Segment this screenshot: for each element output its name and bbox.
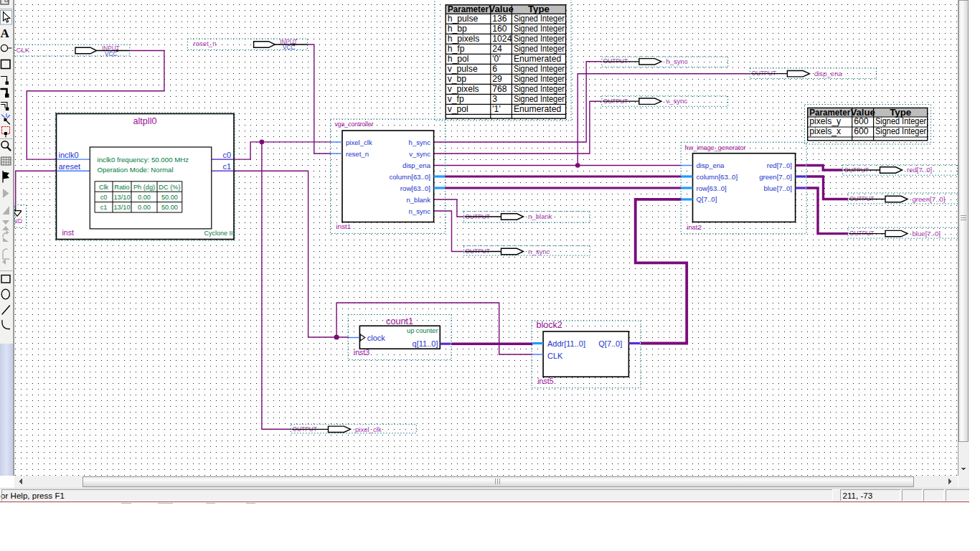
svg-text:Enumerated: Enumerated: [514, 104, 561, 114]
svg-text:DC (%): DC (%): [159, 184, 180, 191]
svg-text:altpll0: altpll0: [133, 116, 157, 126]
svg-text:reset_n: reset_n: [194, 39, 217, 47]
svg-text:VCC: VCC: [105, 51, 117, 57]
svg-text:blue[7..0]: blue[7..0]: [764, 184, 792, 192]
svg-text:'0': '0': [492, 54, 500, 64]
svg-text:Ratio: Ratio: [114, 184, 129, 191]
svg-text:pixels_x: pixels_x: [809, 126, 841, 136]
svg-text:Signed Integer: Signed Integer: [514, 84, 565, 94]
svg-text:ND: ND: [14, 217, 22, 225]
svg-text:green[7..0]: green[7..0]: [759, 173, 792, 181]
svg-text:Cyclone II: Cyclone II: [204, 229, 233, 237]
svg-text:row[63..0]: row[63..0]: [697, 184, 727, 192]
svg-text:Clk: Clk: [99, 184, 109, 191]
svg-text:h_pulse: h_pulse: [448, 14, 479, 24]
svg-text:red[7..0]: red[7..0]: [907, 166, 932, 174]
svg-text:CLK: CLK: [17, 46, 30, 54]
svg-text:29: 29: [492, 74, 502, 84]
svg-text:Enumerated: Enumerated: [514, 54, 561, 64]
svg-text:disp_ena: disp_ena: [814, 70, 843, 77]
svg-text:or Help, press F1: or Help, press F1: [1, 491, 65, 500]
svg-text:column[63..0]: column[63..0]: [697, 173, 738, 181]
svg-text:areset: areset: [59, 162, 81, 171]
svg-text:Signed Integer: Signed Integer: [514, 94, 565, 104]
svg-text:768: 768: [492, 84, 507, 94]
svg-text:Ph (dg): Ph (dg): [133, 184, 155, 191]
svg-text:v_fp: v_fp: [448, 94, 464, 104]
svg-text:600: 600: [854, 116, 869, 126]
svg-text:h_bp: h_bp: [448, 24, 467, 34]
svg-text:count1: count1: [386, 316, 413, 326]
svg-text:reset_n: reset_n: [346, 150, 369, 158]
svg-text:n_sync: n_sync: [528, 248, 550, 255]
svg-text:c1: c1: [222, 162, 231, 171]
svg-text:disp_ena: disp_ena: [697, 161, 725, 169]
svg-text:c1: c1: [100, 204, 108, 211]
svg-text:disp_ena: disp_ena: [402, 161, 431, 169]
svg-text:13/10: 13/10: [114, 194, 131, 201]
svg-text:vga_controller: vga_controller: [335, 120, 374, 128]
svg-text:n_blank: n_blank: [406, 196, 430, 204]
svg-text:v_pulse: v_pulse: [448, 64, 478, 74]
svg-text:q[11..0]: q[11..0]: [413, 339, 438, 348]
svg-text:inst3: inst3: [354, 348, 369, 357]
svg-text:v_pixels: v_pixels: [448, 84, 479, 94]
svg-text:v_bp: v_bp: [448, 74, 467, 84]
svg-text:h_fp: h_fp: [448, 44, 465, 54]
svg-text:211, -73: 211, -73: [843, 491, 873, 500]
svg-text:'1': '1': [492, 104, 500, 114]
svg-text:up counter: up counter: [407, 327, 438, 334]
svg-text:CLK: CLK: [547, 352, 563, 360]
svg-text:column[63..0]: column[63..0]: [389, 173, 430, 181]
svg-text:v_pol: v_pol: [448, 104, 468, 114]
svg-text:13/10: 13/10: [114, 204, 131, 211]
svg-text:inst2: inst2: [687, 223, 702, 231]
svg-text:h_pixels: h_pixels: [448, 34, 480, 44]
svg-text:VCC: VCC: [283, 44, 295, 51]
svg-text:Signed Integer: Signed Integer: [875, 126, 926, 136]
svg-text:inclk0 frequency: 50.000 MHz: inclk0 frequency: 50.000 MHz: [98, 156, 189, 164]
svg-text:A: A: [1, 27, 10, 40]
svg-text:h_pol: h_pol: [448, 54, 469, 64]
svg-text:blue[7..0]: blue[7..0]: [913, 230, 941, 237]
svg-text:50.00: 50.00: [161, 204, 178, 211]
svg-text:Signed Integer: Signed Integer: [875, 116, 926, 126]
svg-text:block2: block2: [536, 320, 562, 330]
svg-text:h_sync: h_sync: [409, 138, 431, 146]
svg-text:green[7..0]: green[7..0]: [913, 195, 946, 203]
svg-text:pixel_clk: pixel_clk: [355, 425, 382, 433]
svg-text:136: 136: [492, 14, 507, 24]
svg-text:pixels_y: pixels_y: [809, 116, 842, 126]
svg-text:3: 3: [492, 94, 497, 104]
svg-text:1024: 1024: [492, 34, 512, 44]
svg-text:0.00: 0.00: [138, 204, 151, 211]
svg-text:Q[7..0]: Q[7..0]: [697, 195, 717, 203]
svg-text:v_sync: v_sync: [666, 97, 687, 105]
svg-text:Signed Integer: Signed Integer: [514, 44, 565, 54]
svg-text:6: 6: [492, 64, 497, 74]
svg-text:160: 160: [492, 24, 507, 34]
svg-text:Signed Integer: Signed Integer: [514, 64, 565, 74]
svg-text:c0: c0: [100, 194, 108, 201]
svg-text:inclk0: inclk0: [59, 151, 79, 159]
svg-text:h_sync: h_sync: [666, 57, 688, 65]
svg-text:pixel_clk: pixel_clk: [346, 138, 372, 146]
svg-text:Signed Integer: Signed Integer: [514, 24, 565, 34]
svg-text:600: 600: [854, 126, 869, 136]
svg-text:row[63..0]: row[63..0]: [400, 184, 430, 192]
svg-text:Signed Integer: Signed Integer: [514, 14, 565, 24]
svg-text:hw_image_generator: hw_image_generator: [685, 143, 747, 151]
svg-text:clock: clock: [367, 334, 386, 342]
svg-text:inst5: inst5: [537, 377, 553, 385]
svg-text:n_blank: n_blank: [528, 212, 552, 220]
svg-text:red[7..0]: red[7..0]: [767, 161, 792, 169]
svg-text:Addr[11..0]: Addr[11..0]: [547, 339, 585, 348]
svg-text:inst: inst: [62, 228, 75, 237]
svg-text:Operation Mode: Normal: Operation Mode: Normal: [98, 166, 174, 174]
svg-text:c0: c0: [222, 151, 231, 159]
svg-text:n_sync: n_sync: [409, 207, 431, 215]
svg-text:v_sync: v_sync: [409, 150, 430, 158]
svg-text:Signed Integer: Signed Integer: [514, 74, 565, 84]
svg-text:50.00: 50.00: [161, 194, 178, 201]
svg-text:inst1: inst1: [336, 222, 352, 230]
